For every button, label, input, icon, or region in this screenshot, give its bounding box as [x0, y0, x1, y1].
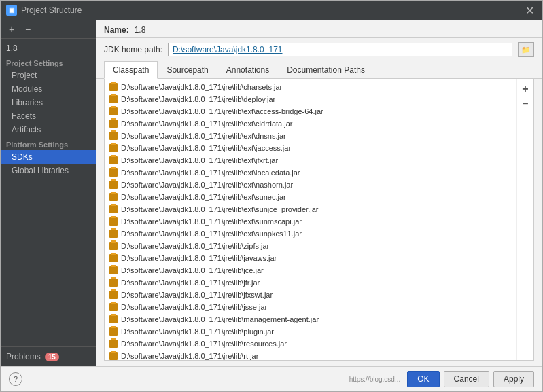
sidebar-item-sdks[interactable]: SDKs — [1, 150, 96, 164]
list-item[interactable]: D:\software\Java\jdk1.8.0_171\jre\lib\rt… — [105, 350, 516, 360]
list-item[interactable]: D:\software\Java\jdk1.8.0_171\jre\lib\ex… — [105, 166, 516, 179]
file-path: D:\software\Java\jdk1.8.0_171\jre\lib\de… — [121, 95, 275, 103]
file-path: D:\software\Java\jdk1.8.0_171\jre\lib\ex… — [121, 205, 318, 213]
list-item[interactable]: D:\software\Java\jdk1.8.0_171\jre\lib\ex… — [105, 203, 516, 215]
right-panel: Name: 1.8 JDK home path: D:\software\Jav… — [96, 20, 542, 366]
jdk-path-input[interactable]: D:\software\Java\jdk1.8.0_171 — [168, 43, 512, 56]
sidebar-item-global-libraries[interactable]: Global Libraries — [1, 164, 96, 177]
add-file-button[interactable]: + — [519, 82, 532, 96]
problems-item[interactable]: Problems 15 — [6, 350, 90, 363]
list-item[interactable]: D:\software\Java\jdk1.8.0_171\jre\lib\js… — [105, 301, 516, 313]
jar-icon — [109, 119, 118, 128]
file-path: D:\software\Java\jdk1.8.0_171\jre\lib\zi… — [121, 242, 269, 250]
file-path: D:\software\Java\jdk1.8.0_171\jre\lib\ex… — [121, 144, 291, 152]
file-list-panel: D:\software\Java\jdk1.8.0_171\jre\lib\ch… — [104, 79, 534, 361]
jar-icon — [109, 131, 118, 141]
file-path: D:\software\Java\jdk1.8.0_171\jre\lib\ex… — [121, 168, 300, 177]
jar-icon — [109, 180, 118, 190]
tab-documentation-paths[interactable]: Documentation Paths — [278, 61, 374, 79]
list-item[interactable]: D:\software\Java\jdk1.8.0_171\jre\lib\ex… — [105, 142, 516, 154]
sidebar-item-libraries[interactable]: Libraries — [1, 96, 96, 109]
close-button[interactable]: ✕ — [523, 4, 537, 17]
side-actions: + − — [516, 79, 533, 360]
sdk-item[interactable]: 1.8 — [1, 41, 96, 55]
file-path: D:\software\Java\jdk1.8.0_171\jre\lib\jc… — [121, 266, 264, 274]
sidebar-item-modules[interactable]: Modules — [1, 82, 96, 96]
tabs-bar: Classpath Sourcepath Annotations Documen… — [96, 61, 542, 79]
file-path: D:\software\Java\jdk1.8.0_171\jre\lib\ex… — [121, 193, 286, 201]
add-sdk-button[interactable]: + — [5, 22, 18, 36]
list-item[interactable]: D:\software\Java\jdk1.8.0_171\jre\lib\ex… — [105, 154, 516, 166]
file-path: D:\software\Java\jdk1.8.0_171\jre\lib\ex… — [121, 230, 302, 238]
jar-icon — [109, 266, 118, 275]
file-path: D:\software\Java\jdk1.8.0_171\jre\lib\ex… — [121, 120, 293, 128]
list-item[interactable]: D:\software\Java\jdk1.8.0_171\jre\lib\ex… — [105, 191, 516, 203]
jar-icon — [109, 82, 118, 92]
bottom-right: https://blog.csd... OK Cancel Apply — [349, 371, 534, 387]
list-item[interactable]: D:\software\Java\jdk1.8.0_171\jre\lib\ex… — [105, 130, 516, 142]
jar-icon — [109, 168, 118, 177]
url-hint: https://blog.csd... — [349, 376, 401, 383]
file-path: D:\software\Java\jdk1.8.0_171\jre\lib\ch… — [121, 83, 282, 91]
jdk-folder-button[interactable]: 📁 — [518, 42, 534, 57]
jar-icon — [109, 327, 118, 336]
list-item[interactable]: D:\software\Java\jdk1.8.0_171\jre\lib\ch… — [105, 81, 516, 93]
tab-annotations[interactable]: Annotations — [217, 61, 278, 79]
sidebar-toolbar: + − — [1, 20, 96, 39]
bottom-left: ? — [9, 372, 22, 386]
sidebar: + − 1.8 Project Settings Project Modules… — [1, 20, 96, 366]
file-path: D:\software\Java\jdk1.8.0_171\jre\lib\ex… — [121, 156, 278, 164]
sidebar-item-facets[interactable]: Facets — [1, 109, 96, 123]
list-item[interactable]: D:\software\Java\jdk1.8.0_171\jre\lib\re… — [105, 338, 516, 350]
tab-sourcepath[interactable]: Sourcepath — [158, 61, 217, 79]
apply-button[interactable]: Apply — [493, 371, 534, 387]
jar-icon — [109, 351, 118, 360]
list-item[interactable]: D:\software\Java\jdk1.8.0_171\jre\lib\ex… — [105, 228, 516, 240]
list-item[interactable]: D:\software\Java\jdk1.8.0_171\jre\lib\jf… — [105, 277, 516, 289]
jar-icon — [109, 241, 118, 251]
jdk-home-label: JDK home path: — [104, 45, 162, 54]
jar-icon — [109, 192, 118, 202]
main-content: + − 1.8 Project Settings Project Modules… — [1, 20, 542, 366]
file-path: D:\software\Java\jdk1.8.0_171\jre\lib\ex… — [121, 181, 293, 189]
list-item[interactable]: D:\software\Java\jdk1.8.0_171\jre\lib\zi… — [105, 240, 516, 252]
sidebar-footer: Problems 15 — [1, 346, 96, 366]
sidebar-nav: 1.8 Project Settings Project Modules Lib… — [1, 39, 96, 346]
bottom-bar: ? https://blog.csd... OK Cancel Apply — [1, 366, 542, 391]
file-list: D:\software\Java\jdk1.8.0_171\jre\lib\ch… — [105, 79, 516, 360]
list-item[interactable]: D:\software\Java\jdk1.8.0_171\jre\lib\ma… — [105, 313, 516, 325]
sidebar-item-artifacts[interactable]: Artifacts — [1, 123, 96, 137]
file-path: D:\software\Java\jdk1.8.0_171\jre\lib\ma… — [121, 315, 319, 323]
name-value: 1.8 — [135, 25, 146, 35]
list-item[interactable]: D:\software\Java\jdk1.8.0_171\jre\lib\ex… — [105, 105, 516, 118]
list-item[interactable]: D:\software\Java\jdk1.8.0_171\jre\lib\pl… — [105, 325, 516, 338]
list-item[interactable]: D:\software\Java\jdk1.8.0_171\jre\lib\jf… — [105, 289, 516, 301]
jar-icon — [109, 315, 118, 324]
list-item[interactable]: D:\software\Java\jdk1.8.0_171\jre\lib\jc… — [105, 264, 516, 277]
ok-button[interactable]: OK — [407, 371, 439, 387]
jar-icon — [109, 253, 118, 263]
jar-icon — [109, 229, 118, 238]
tab-classpath[interactable]: Classpath — [104, 61, 158, 79]
list-item[interactable]: D:\software\Java\jdk1.8.0_171\jre\lib\ex… — [105, 118, 516, 130]
file-path: D:\software\Java\jdk1.8.0_171\jre\lib\re… — [121, 340, 287, 348]
name-row: Name: 1.8 — [96, 20, 542, 38]
file-path: D:\software\Java\jdk1.8.0_171\jre\lib\js… — [121, 303, 267, 311]
sidebar-item-project[interactable]: Project — [1, 69, 96, 82]
list-item[interactable]: D:\software\Java\jdk1.8.0_171\jre\lib\ex… — [105, 215, 516, 228]
remove-file-button[interactable]: − — [519, 97, 532, 111]
list-item[interactable]: D:\software\Java\jdk1.8.0_171\jre\lib\ex… — [105, 179, 516, 191]
jdk-row: JDK home path: D:\software\Java\jdk1.8.0… — [96, 38, 542, 61]
cancel-button[interactable]: Cancel — [444, 371, 489, 387]
jar-icon — [109, 94, 118, 104]
file-path: D:\software\Java\jdk1.8.0_171\jre\lib\pl… — [121, 327, 274, 336]
platform-settings-label: Platform Settings — [1, 137, 96, 150]
remove-sdk-button[interactable]: − — [21, 22, 35, 36]
dialog-icon: ▣ — [6, 5, 17, 16]
help-button[interactable]: ? — [9, 372, 22, 386]
jar-icon — [109, 204, 118, 214]
jar-icon — [109, 156, 118, 165]
list-item[interactable]: D:\software\Java\jdk1.8.0_171\jre\lib\ja… — [105, 252, 516, 264]
list-item[interactable]: D:\software\Java\jdk1.8.0_171\jre\lib\de… — [105, 93, 516, 105]
jar-icon — [109, 278, 118, 287]
